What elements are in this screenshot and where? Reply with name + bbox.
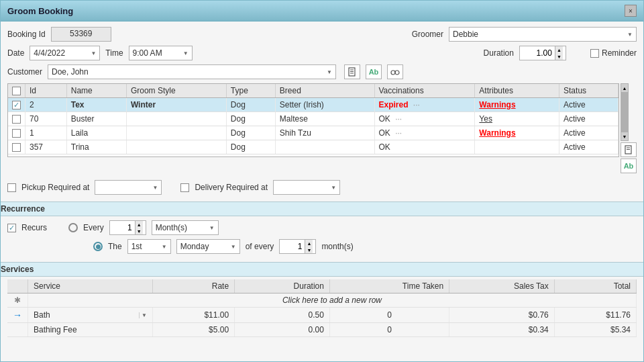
pet-attributes[interactable]: Yes [475,112,559,126]
recurs-row: ✓ Recurs Every ▲ ▼ Month(s) ▼ [7,220,637,235]
table-row[interactable]: 357 Trina Dog OK Active [8,140,619,154]
duration-down[interactable]: ▼ [555,53,563,60]
window-title: Groom Booking [7,6,73,16]
groomer-label: Groomer [412,30,443,39]
col-service: Service [28,279,153,293]
every-down[interactable]: ▼ [136,228,143,234]
of-every-down[interactable]: ▼ [305,246,313,253]
col-vaccinations: Vaccinations [374,84,475,98]
recurs-checkbox[interactable]: ✓ [7,224,16,232]
table-row[interactable]: Bathing Fee $5.00 0.00 0 $0.34 $5.34 [7,323,637,337]
table-row[interactable]: 1 Laila Dog Shih Tzu OK ··· Warnings [8,126,619,140]
delivery-dropdown[interactable]: ▼ [273,180,340,195]
binoculars-icon [390,67,400,77]
new-row-star: ✱ [7,293,28,308]
months-label: month(s) [321,242,353,251]
attr-yes[interactable]: Yes [479,114,492,124]
ordinal-dropdown[interactable]: 1st ▼ [127,239,171,254]
customer-edit-button[interactable]: Ab [366,64,382,79]
the-radio[interactable] [93,242,103,251]
pet-status: Active [559,98,619,112]
scroll-up[interactable]: ▲ [621,84,628,92]
pet-breed: Maltese [275,112,374,126]
row-checkbox[interactable] [12,129,21,138]
every-spinner[interactable]: ▲ ▼ [109,220,146,235]
date-arrow: ▼ [91,50,96,56]
table-row[interactable]: ✓ 2 Tex Winter Dog Setter (Irish) Expire… [8,98,619,112]
duration-up[interactable]: ▲ [555,46,563,53]
scroll-thumb[interactable] [621,92,628,132]
of-every-up[interactable]: ▲ [305,240,313,246]
pet-new-button[interactable] [621,142,637,157]
delivery-arrow: ▼ [331,185,336,191]
pet-id: 1 [25,126,67,140]
services-table-wrapper: Service Rate Duration Time Taken Sales T… [1,277,643,356]
every-up[interactable]: ▲ [136,221,143,228]
groomer-dropdown[interactable]: Debbie ▼ [449,27,637,42]
col-indicator [7,279,28,293]
pet-attributes[interactable]: Warnings [475,98,559,112]
the-label: The [108,242,122,251]
vacc-dots: ··· [413,100,420,109]
add-row-text[interactable]: Click here to add a new row [28,293,637,308]
side-controls: ▲ ▼ Ab [621,83,637,173]
service-name-cell: Bathing Fee [28,323,153,337]
service-rate: $11.00 [152,308,234,323]
vacc-ok: OK [379,128,390,138]
services-section: Services Service Rate Duration Time Take… [1,262,643,356]
duration-input[interactable]: 1.00 [520,46,555,60]
pet-vaccinations: OK ··· [374,126,475,140]
duration-spinner[interactable]: 1.00 ▲ ▼ [519,46,566,60]
period-arrow: ▼ [209,225,215,231]
of-every-spinner[interactable]: ▲ ▼ [279,239,316,254]
customer-new-button[interactable] [344,64,360,79]
duration-arrows: ▲ ▼ [555,46,563,60]
row-checkbox[interactable] [12,115,21,124]
period-dropdown[interactable]: Month(s) ▼ [152,220,219,235]
duration-label: Duration [484,48,514,58]
pet-attributes [475,140,559,154]
time-dropdown[interactable]: 9:00 AM ▼ [129,46,193,60]
recurrence-header: Recurrence [1,201,643,216]
of-every-input[interactable] [280,240,305,253]
service-rate: $5.00 [152,323,234,337]
pickup-checkbox[interactable] [7,183,16,192]
customer-label: Customer [7,67,42,77]
attr-warnings[interactable]: Warnings [479,128,515,138]
pet-type: Dog [226,140,275,154]
pet-edit-button[interactable]: Ab [621,159,637,173]
select-all-checkbox[interactable] [12,87,21,95]
customer-search-button[interactable] [387,64,403,79]
svg-point-4 [391,71,395,75]
reminder-checkbox[interactable] [590,49,599,58]
vacc-dots: ··· [395,128,402,138]
delivery-checkbox[interactable] [180,183,189,192]
every-radio[interactable] [68,223,78,232]
pet-breed: Setter (Irish) [275,98,374,112]
service-sales-tax: $0.76 [449,308,555,323]
customer-dropdown[interactable]: Doe, John ▼ [48,64,336,79]
pickup-dropdown[interactable]: ▼ [95,180,162,195]
pet-vaccinations: Expired ··· [374,98,475,112]
attr-warnings[interactable]: Warnings [479,100,515,109]
pickup-delivery-row: Pickup Required at ▼ Delivery Required a… [7,177,637,197]
scroll-down[interactable]: ▼ [621,132,628,140]
service-time-taken: 0 [329,308,449,323]
delivery-label: Delivery Required at [195,183,268,192]
col-rate: Rate [152,279,234,293]
table-scrollbar[interactable]: ▲ ▼ [621,83,629,141]
pet-name: Tex [66,98,126,112]
every-input[interactable] [110,221,135,234]
date-dropdown[interactable]: 4/4/2022 ▼ [30,46,100,60]
table-row[interactable]: → Bath ▼ $11.00 0.50 0 $0 [7,308,637,323]
service-dropdown-arrow[interactable]: ▼ [139,312,147,318]
day-dropdown[interactable]: Monday ▼ [176,239,240,254]
add-service-row[interactable]: ✱ Click here to add a new row [7,293,637,308]
day-arrow: ▼ [231,244,236,250]
row-checkbox[interactable] [12,143,21,152]
pet-attributes[interactable]: Warnings [475,126,559,140]
table-row[interactable]: 70 Buster Dog Maltese OK ··· Yes [8,112,619,126]
row-checkbox[interactable]: ✓ [12,101,21,109]
pet-name: Buster [66,112,126,126]
close-button[interactable]: × [625,5,637,17]
